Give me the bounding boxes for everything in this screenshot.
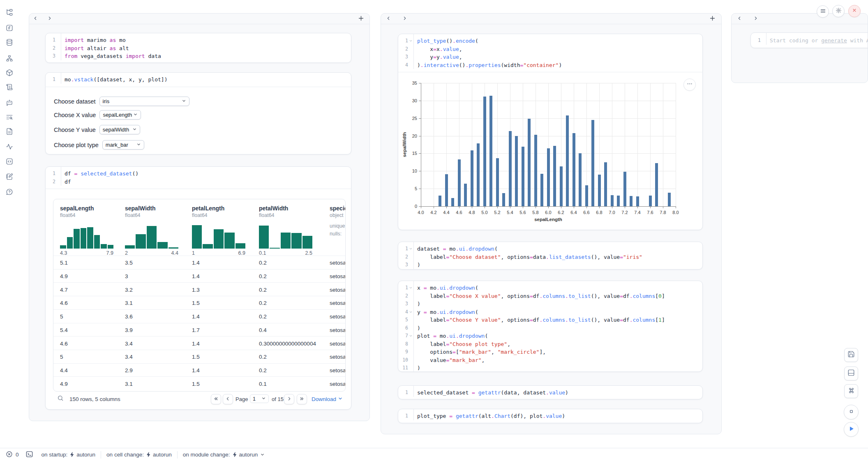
table-cell: 0.2 <box>259 260 267 266</box>
panel1-collapse-left-button[interactable] <box>32 16 39 22</box>
fold-chevron-icon[interactable] <box>408 284 413 292</box>
imports-code-editor[interactable]: 1import marimo as mo2import altair as al… <box>46 33 351 60</box>
sidebar-item-code-block[interactable] <box>5 157 14 166</box>
xy-plot-code-editor[interactable]: 1x = mo.ui.dropdown(2 label="Choose X va… <box>398 281 702 372</box>
chevron-right-icon <box>47 15 52 23</box>
column-histogram-sepalLength[interactable] <box>60 223 113 249</box>
close-panel-button[interactable] <box>848 5 861 17</box>
fold-chevron-icon[interactable] <box>408 308 413 316</box>
runtime-config-on-module-change[interactable]: on module change:autorun <box>183 452 265 458</box>
y-tick-label: 10 <box>408 168 417 173</box>
panel3-collapse-left-button[interactable] <box>736 16 743 22</box>
save-notebook-button[interactable] <box>844 348 858 362</box>
panel1-expand-right-button[interactable] <box>46 16 53 22</box>
column-name[interactable]: sepalWidth <box>125 205 156 212</box>
panel-menu-button[interactable] <box>817 5 829 18</box>
panel2-collapse-left-button[interactable] <box>385 16 392 22</box>
scratchpad-input[interactable]: 1 Start coding or generate with AI <box>751 37 868 45</box>
column-name[interactable]: petalLength <box>192 205 224 212</box>
interrupt-kernel-button[interactable] <box>844 405 859 420</box>
dataframe-code-editor[interactable]: 1df = selected_dataset()2df <box>46 167 351 186</box>
sidebar-item-package[interactable] <box>5 68 14 77</box>
dataset-code-editor[interactable]: 1dataset = mo.ui.dropdown(2 label="Choos… <box>398 242 702 269</box>
sidebar-item-document[interactable] <box>5 127 14 136</box>
panel2-add-cell-button[interactable] <box>709 16 716 22</box>
selected-dataset-code-editor[interactable]: 1selected_dataset = getattr(data, datase… <box>398 386 702 397</box>
panel2-expand-right-button[interactable] <box>401 16 408 22</box>
sidebar-item-dataflow[interactable] <box>5 54 14 63</box>
code-text: label="Choose dataset", options=data.lis… <box>413 253 702 261</box>
runtime-config-on-startup[interactable]: on startup:autorun <box>42 452 96 458</box>
chart-menu-button[interactable] <box>683 78 696 91</box>
fold-chevron-icon[interactable] <box>408 37 413 45</box>
panel3-expand-right-button[interactable] <box>752 16 759 22</box>
table-search-icon[interactable] <box>57 395 64 403</box>
gutter-spacer <box>408 324 413 332</box>
table-row[interactable]: 53.61.40.2setosa <box>53 309 345 323</box>
table-row[interactable]: 4.42.91.40.2setosa <box>53 363 345 377</box>
cell-divider <box>46 189 351 189</box>
download-button[interactable]: Download <box>312 396 343 402</box>
gear-icon <box>836 7 842 15</box>
sidebar-item-text-search[interactable] <box>5 113 14 122</box>
panel1-header <box>29 14 369 24</box>
dropdown-select-choose-dataset[interactable]: iris <box>99 97 189 106</box>
column-name[interactable]: petalWidth <box>259 205 288 212</box>
terminal-button[interactable] <box>25 450 33 459</box>
vstack-code-editor[interactable]: 1mo.vstack([dataset, x, y, plot]) <box>46 73 351 84</box>
altair-bar-chart[interactable]: 4.04.24.44.64.85.05.25.45.65.86.06.26.46… <box>399 78 699 225</box>
y-tick-label: 15 <box>408 151 417 156</box>
settings-button[interactable] <box>832 5 845 17</box>
fold-chevron-icon[interactable] <box>408 332 413 340</box>
sidebar-item-chat-bot[interactable] <box>5 98 14 107</box>
dropdown-select-choose-plot-type[interactable]: mark_bar <box>102 140 144 150</box>
dropdown-select-choose-x-value[interactable]: sepalLength <box>99 110 141 120</box>
table-row[interactable]: 4.931.40.2setosa <box>53 269 345 283</box>
last-page-button[interactable] <box>297 394 307 404</box>
toggle-panel-layout-button[interactable] <box>844 366 858 380</box>
column-histogram-petalLength[interactable] <box>192 223 245 249</box>
config-label: on cell change: <box>106 452 144 458</box>
panel1-add-cell-button[interactable] <box>358 16 364 22</box>
runtime-config-on-cell-change[interactable]: on cell change:autorun <box>106 452 172 458</box>
sidebar-item-notebook-pen[interactable] <box>5 172 14 181</box>
errors-indicator[interactable]: 0 <box>6 451 19 459</box>
sidebar-item-activity[interactable] <box>5 142 14 151</box>
line-number: 1 <box>398 389 408 397</box>
run-cells-button[interactable] <box>844 422 859 437</box>
page-select[interactable]: 1 <box>250 394 269 403</box>
dataframe-table: sepalLengthfloat644.37.9sepalWidthfloat6… <box>53 199 346 392</box>
table-cell: 5 <box>60 313 63 320</box>
sidebar-item-scroll[interactable] <box>5 83 14 92</box>
column-name[interactable]: sepalLength <box>60 205 94 212</box>
code-line: 1import marimo as mo <box>46 36 351 44</box>
next-page-button[interactable] <box>284 394 294 404</box>
generate-link[interactable]: generate <box>821 37 847 44</box>
plot-type-code-editor[interactable]: 1plot_type = getattr(alt.Chart(df), plot… <box>398 409 702 420</box>
fold-chevron-icon[interactable] <box>408 245 413 253</box>
prev-page-button[interactable] <box>223 394 233 404</box>
sidebar-item-file-tree[interactable] <box>5 8 14 17</box>
keyboard-shortcuts-button[interactable] <box>844 384 858 398</box>
table-row[interactable]: 5.13.51.40.2setosa <box>53 256 345 270</box>
table-row[interactable]: 4.63.11.50.2setosa <box>53 296 345 310</box>
dropdown-select-choose-y-value[interactable]: sepalWidth <box>99 125 140 134</box>
gutter-spacer <box>408 340 413 348</box>
hist-bar <box>136 234 145 249</box>
table-row[interactable]: 4.63.41.40.30000000000000004setosa <box>53 336 345 350</box>
column-histogram-sepalWidth[interactable] <box>125 223 178 249</box>
line-number: 7 <box>398 332 408 340</box>
first-page-button[interactable] <box>211 394 221 404</box>
table-row[interactable]: 4.93.11.50.1setosa <box>53 376 345 390</box>
column-histogram-petalWidth[interactable] <box>259 223 312 249</box>
sidebar-item-function-square[interactable] <box>5 23 14 32</box>
hist-bar <box>214 229 224 249</box>
plot-code-editor[interactable]: 1plot_type().encode(2 x=x.value,3 y=y.va… <box>398 34 702 69</box>
table-row[interactable]: 5.43.91.70.4setosa <box>53 323 345 337</box>
table-row[interactable]: 4.73.21.30.2setosa <box>53 282 345 296</box>
column-name[interactable]: species <box>330 205 346 212</box>
terminal-icon <box>25 450 33 459</box>
sidebar-item-database[interactable] <box>5 38 14 47</box>
sidebar-item-help-circle[interactable] <box>5 187 14 196</box>
table-row[interactable]: 53.41.50.2setosa <box>53 350 345 364</box>
